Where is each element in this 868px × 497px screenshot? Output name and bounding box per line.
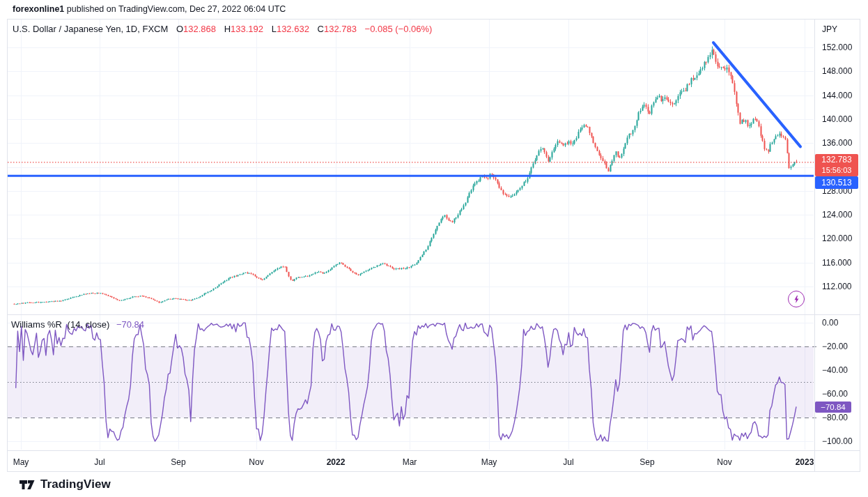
symbol-title: U.S. Dollar / Japanese Yen, 1D, FXCM (13, 24, 168, 34)
time-tick-label: May (6, 457, 36, 467)
horizontal-line-badge: 130.513 (815, 176, 858, 189)
last-price-value: 132.783 (815, 155, 858, 165)
brand-name: TradingView (40, 477, 111, 491)
price-tick-label: 148.000 (822, 66, 852, 76)
price-tick-label: 116.000 (822, 258, 852, 268)
indicator-tick-label: −20.00 (822, 342, 848, 351)
attribution-text: published on TradingView.com, Dec 27, 20… (64, 4, 286, 14)
time-tick-label: 2023 (789, 457, 820, 467)
tradingview-snapshot: forexonline1 published on TradingView.co… (0, 0, 868, 497)
williams-r-badge: −70.84 (815, 402, 851, 413)
price-tick-label: 112.000 (822, 282, 852, 291)
close-label: C (318, 24, 324, 34)
indicator-tick-label: 0.00 (822, 318, 838, 328)
time-tick-label: Jul (84, 457, 115, 467)
open-value: 132.868 (183, 24, 216, 34)
countdown-timer: 15:56:03 (815, 165, 858, 175)
time-tick-label: Sep (632, 457, 662, 467)
chart-legend[interactable]: U.S. Dollar / Japanese Yen, 1D, FXCM O13… (13, 24, 432, 34)
high-value: 133.192 (231, 24, 263, 34)
indicator-tick-label: −40.00 (822, 365, 848, 375)
timescale-separator (8, 450, 860, 451)
open-label: O (176, 24, 183, 34)
attribution-bar: forexonline1 published on TradingView.co… (13, 4, 286, 14)
currency-label: JPY (822, 24, 837, 34)
indicator-tick-label: −60.00 (822, 389, 848, 399)
price-tick-label: 124.000 (822, 210, 852, 220)
tradingview-logo-icon (20, 479, 35, 491)
price-tick-label: 120.000 (822, 234, 852, 243)
change-value: −0.085 (−0.06%) (365, 24, 433, 34)
flash-button[interactable] (788, 291, 805, 307)
pane-separator[interactable] (8, 314, 860, 315)
price-tick-label: 144.000 (822, 91, 852, 100)
tradingview-brand-link[interactable]: TradingView (20, 477, 111, 491)
last-price-badge: 132.783 15:56:03 (815, 154, 858, 176)
price-tick-label: 152.000 (822, 43, 852, 52)
close-value: 132.783 (324, 24, 357, 34)
indicator-value: −70.84 (116, 319, 144, 330)
price-tick-label: 140.000 (822, 114, 852, 124)
high-label: H (224, 24, 231, 34)
low-value: 132.632 (277, 24, 309, 34)
time-tick-label: May (474, 457, 504, 467)
indicator-name: Williams %R (11, 319, 62, 330)
time-tick-label: Nov (709, 457, 740, 467)
time-tick-label: Sep (163, 457, 194, 467)
time-tick-label: 2022 (320, 457, 351, 467)
chart-widget-frame (7, 19, 860, 472)
lightning-icon (792, 295, 801, 304)
low-label: L (272, 24, 277, 34)
time-tick-label: Mar (394, 457, 425, 467)
time-tick-label: Jul (553, 457, 584, 467)
indicator-tick-label: −100.00 (822, 436, 853, 446)
attribution-author: forexonline1 (13, 4, 64, 14)
time-tick-label: Nov (241, 457, 272, 467)
indicator-tick-label: −80.00 (822, 413, 848, 422)
indicator-params: (14, close) (68, 319, 110, 330)
price-tick-label: 136.000 (822, 138, 852, 148)
indicator-legend[interactable]: Williams %R (14, close) −70.84 (11, 319, 144, 330)
